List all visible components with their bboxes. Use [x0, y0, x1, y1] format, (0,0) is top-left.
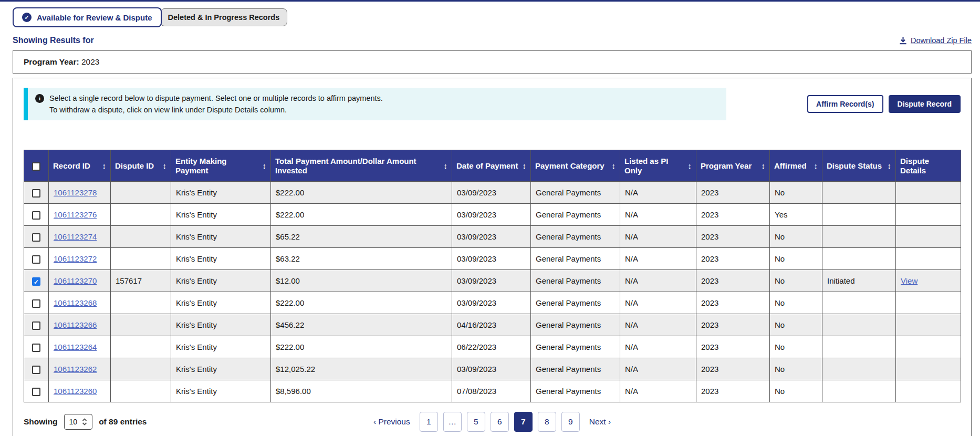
- download-zip-link[interactable]: Download Zip File: [899, 36, 972, 45]
- dispute-id-cell: [111, 226, 171, 248]
- column-label: Date of Payment: [456, 161, 518, 171]
- page-button-6[interactable]: 6: [491, 412, 509, 432]
- dispute-details-cell: [896, 358, 961, 380]
- tab-deleted-in-progress-records[interactable]: Deleted & In Progress Records: [160, 8, 288, 26]
- tab-bar: ✓ Available for Review & Dispute Deleted…: [13, 7, 972, 27]
- page-button-7[interactable]: 7: [514, 412, 533, 432]
- page-size-value: 10: [69, 418, 78, 426]
- column-header-payment-category[interactable]: Payment Category↕: [531, 150, 620, 182]
- affirmed-cell: No: [770, 292, 822, 314]
- row-checkbox[interactable]: [32, 233, 40, 242]
- dispute-id-cell: [111, 314, 171, 336]
- dispute-details-cell: [896, 226, 961, 248]
- dispute-record-button[interactable]: Dispute Record: [889, 95, 961, 113]
- column-header-affirmed[interactable]: Affirmed↕: [770, 150, 822, 182]
- column-header-record-id[interactable]: Record ID↕: [49, 150, 111, 182]
- dispute-details-cell: [896, 314, 961, 336]
- program-year-cell: 2023: [696, 270, 770, 292]
- listed-as-pi-only-cell: N/A: [620, 314, 696, 336]
- sort-icon[interactable]: ↕: [762, 161, 766, 171]
- page-button-9[interactable]: 9: [561, 412, 580, 432]
- column-header-dispute-status[interactable]: Dispute Status↕: [822, 150, 896, 182]
- affirmed-cell: No: [770, 358, 822, 380]
- affirmed-cell: No: [770, 226, 822, 248]
- sort-icon[interactable]: ↕: [523, 161, 527, 171]
- view-dispute-link[interactable]: View: [901, 276, 918, 285]
- checkbox-cell: [24, 336, 49, 358]
- dispute-status-cell: [822, 314, 896, 336]
- select-all-checkbox[interactable]: [32, 162, 40, 171]
- column-header-date-of-payment[interactable]: Date of Payment↕: [452, 150, 531, 182]
- sort-icon[interactable]: ↕: [263, 161, 267, 171]
- column-header-entity-making-payment[interactable]: Entity Making Payment↕: [171, 150, 271, 182]
- record-id-link[interactable]: 1061123274: [54, 232, 97, 241]
- row-checkbox[interactable]: [32, 211, 40, 220]
- record-id-link[interactable]: 1061123278: [54, 188, 97, 197]
- table-header-row: Record ID↕Dispute ID↕Entity Making Payme…: [24, 150, 961, 182]
- total-payment-amount-cell: $222.00: [271, 292, 452, 314]
- page-button-1[interactable]: 1: [420, 412, 438, 432]
- column-header-total-payment-amount-dollar-amount-invested[interactable]: Total Payment Amount/Dollar Amount Inves…: [271, 150, 452, 182]
- program-year-cell: 2023: [696, 204, 770, 226]
- record-id-link[interactable]: 1061123268: [54, 298, 97, 307]
- row-checkbox[interactable]: [32, 344, 40, 352]
- entity-making-payment-cell: Kris's Entity: [171, 292, 271, 314]
- row-checkbox[interactable]: [32, 299, 40, 308]
- sort-icon[interactable]: ↕: [688, 161, 692, 171]
- row-checkbox[interactable]: [32, 388, 40, 396]
- sort-icon[interactable]: ↕: [444, 161, 448, 171]
- tab-available-for-review-dispute[interactable]: ✓ Available for Review & Dispute: [13, 7, 162, 27]
- dispute-details-cell: [896, 204, 961, 226]
- sort-icon[interactable]: ↕: [163, 161, 167, 171]
- previous-page-button[interactable]: ‹ Previous: [369, 417, 414, 427]
- entity-making-payment-cell: Kris's Entity: [171, 248, 271, 270]
- sort-icon[interactable]: ↕: [102, 161, 107, 171]
- page-size-select[interactable]: 10: [64, 414, 93, 430]
- affirmed-cell: No: [770, 270, 822, 292]
- select-chevrons-icon: [82, 418, 87, 426]
- row-checkbox[interactable]: [32, 189, 40, 198]
- column-header-program-year[interactable]: Program Year↕: [696, 150, 770, 182]
- dispute-details-cell: View: [896, 270, 961, 292]
- page-button-5[interactable]: 5: [467, 412, 485, 432]
- dispute-id-cell: [111, 204, 171, 226]
- select-all-header-cell: [24, 150, 49, 182]
- record-id-link[interactable]: 1061123264: [54, 342, 97, 351]
- sort-icon[interactable]: ↕: [888, 161, 892, 171]
- sort-icon[interactable]: ↕: [612, 161, 616, 171]
- next-page-button[interactable]: Next ›: [585, 417, 615, 427]
- payment-category-cell: General Payments: [531, 358, 620, 380]
- row-checkbox[interactable]: [32, 321, 40, 330]
- column-header-dispute-id[interactable]: Dispute ID↕: [111, 150, 171, 182]
- program-year-cell: 2023: [696, 248, 770, 270]
- row-checkbox[interactable]: ✓: [32, 277, 40, 286]
- affirmed-cell: No: [770, 380, 822, 402]
- row-checkbox[interactable]: [32, 255, 40, 264]
- tab-label: Available for Review & Dispute: [37, 13, 152, 22]
- sort-icon[interactable]: ↕: [814, 161, 818, 171]
- record-id-link[interactable]: 1061123276: [54, 210, 97, 219]
- record-id-link[interactable]: 1061123266: [54, 320, 97, 329]
- column-header-listed-as-pi-only[interactable]: Listed as PI Only↕: [620, 150, 696, 182]
- records-table: Record ID↕Dispute ID↕Entity Making Payme…: [24, 150, 961, 402]
- dispute-status-cell: [822, 336, 896, 358]
- page-button-8[interactable]: 8: [538, 412, 556, 432]
- program-year-cell: 2023: [696, 380, 770, 402]
- listed-as-pi-only-cell: N/A: [620, 292, 696, 314]
- dispute-status-cell: [822, 182, 896, 204]
- total-payment-amount-cell: $222.00: [271, 182, 452, 204]
- record-id-link[interactable]: 1061123272: [54, 254, 97, 263]
- affirm-records-button[interactable]: Affirm Record(s): [807, 95, 883, 113]
- column-header-dispute-details: Dispute Details: [896, 150, 961, 182]
- total-payment-amount-cell: $8,596.00: [271, 380, 452, 402]
- record-id-cell: 1061123272: [49, 248, 111, 270]
- record-id-link[interactable]: 1061123260: [54, 387, 97, 396]
- dispute-details-cell: [896, 248, 961, 270]
- checkbox-cell: [24, 248, 49, 270]
- record-id-link[interactable]: 1061123262: [54, 365, 97, 373]
- record-id-link[interactable]: 1061123270: [54, 276, 97, 285]
- table-row: 1061123262Kris's Entity$12,025.2203/09/2…: [24, 358, 961, 380]
- table-row: 1061123264Kris's Entity$222.0006/22/2023…: [24, 336, 961, 358]
- record-id-cell: 1061123266: [49, 314, 111, 336]
- row-checkbox[interactable]: [32, 366, 40, 374]
